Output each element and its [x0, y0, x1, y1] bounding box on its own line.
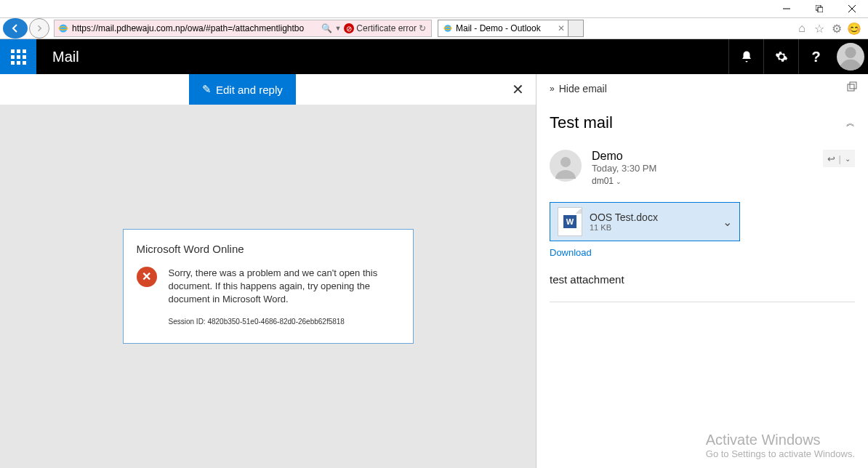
svg-point-5: [59, 24, 67, 32]
minimize-button[interactable]: [770, 0, 803, 17]
browser-tab[interactable]: Mail - Demo - Outlook ✕: [438, 20, 568, 37]
app-header: Mail ?: [0, 39, 868, 74]
home-icon[interactable]: ⌂: [795, 22, 808, 35]
more-actions-button[interactable]: ⌄: [845, 155, 851, 163]
email-body: test attachment: [550, 273, 855, 294]
main-content: ✎ Edit and reply ✕ Microsoft Word Online…: [0, 74, 868, 468]
preview-toolbar: ✎ Edit and reply ✕: [0, 74, 536, 105]
svg-rect-10: [848, 84, 854, 91]
body-divider: [550, 302, 855, 302]
sender-to[interactable]: dm01⌄: [592, 176, 823, 186]
reading-pane: » Hide email Test mail ︽ Demo Today, 3:3…: [537, 74, 868, 468]
ie-icon: [57, 23, 69, 34]
error-message: Sorry, there was a problem and we can't …: [169, 267, 400, 307]
tab-strip: Mail - Demo - Outlook ✕: [438, 20, 795, 37]
pencil-icon: ✎: [202, 83, 212, 96]
reply-actions: ↩ | ⌄: [823, 150, 855, 167]
hide-email-button[interactable]: » Hide email: [550, 83, 855, 94]
cert-error-icon: ⊘: [344, 23, 354, 33]
sender-name: Demo: [592, 150, 823, 163]
tab-close-icon[interactable]: ✕: [558, 23, 565, 33]
help-button[interactable]: ?: [798, 39, 833, 74]
app-title: Mail: [52, 49, 79, 65]
document-preview-area: Microsoft Word Online ✕ Sorry, there was…: [0, 105, 536, 468]
svg-rect-11: [850, 82, 856, 89]
recipients-dropdown-icon: ⌄: [616, 178, 622, 185]
watermark-title: Activate Windows: [706, 432, 855, 448]
attachment-card[interactable]: W OOS Test.docx 11 KB ⌄: [550, 202, 740, 241]
close-preview-button[interactable]: ✕: [512, 81, 524, 98]
edit-reply-label: Edit and reply: [216, 84, 283, 96]
nav-back-button[interactable]: [3, 18, 28, 39]
svg-point-7: [444, 25, 451, 32]
help-icon: ?: [811, 49, 820, 65]
error-app-title: Microsoft Word Online: [137, 243, 400, 255]
waffle-icon: [11, 49, 26, 65]
refresh-icon[interactable]: ↻: [419, 23, 426, 33]
attachment-chevron-icon[interactable]: ⌄: [723, 215, 732, 229]
address-bar[interactable]: 🔍 ▼ ⊘ Certificate error ↻: [54, 20, 432, 37]
app-launcher-button[interactable]: [0, 39, 36, 74]
collapse-icon[interactable]: ︽: [846, 117, 855, 129]
word-file-icon: W: [558, 207, 582, 236]
window-titlebar: [0, 0, 868, 17]
notifications-button[interactable]: [728, 39, 763, 74]
chevron-right-icon: »: [550, 84, 553, 94]
sender-time: Today, 3:30 PM: [592, 163, 823, 174]
browser-toolbar-icons: ⌂ ☆ ⚙ 😊: [795, 22, 865, 35]
edit-and-reply-button[interactable]: ✎ Edit and reply: [189, 74, 296, 105]
sender-avatar: [550, 150, 582, 182]
watermark-subtitle: Go to Settings to activate Windows.: [706, 448, 855, 459]
favorites-icon[interactable]: ☆: [813, 22, 826, 35]
maximize-button[interactable]: [803, 0, 835, 17]
ie-icon: [443, 23, 453, 33]
user-avatar[interactable]: [837, 43, 864, 70]
svg-point-9: [845, 47, 856, 58]
session-id: Session ID: 4820b350-51e0-4686-82d0-26eb…: [169, 318, 400, 326]
svg-rect-2: [818, 7, 823, 12]
certificate-error[interactable]: ⊘ Certificate error: [344, 23, 417, 33]
download-link[interactable]: Download: [550, 247, 592, 258]
url-input[interactable]: [72, 23, 319, 33]
reply-button[interactable]: ↩: [827, 153, 835, 164]
email-subject: Test mail: [550, 113, 846, 132]
attachment-name: OOS Test.docx: [590, 211, 723, 223]
preview-pane: ✎ Edit and reply ✕ Microsoft Word Online…: [0, 74, 537, 468]
svg-point-12: [560, 157, 571, 167]
settings-gear-icon[interactable]: ⚙: [830, 22, 843, 35]
sender-row: Demo Today, 3:30 PM dm01⌄ ↩ | ⌄: [550, 150, 855, 186]
new-tab-button[interactable]: [568, 20, 584, 37]
tab-title: Mail - Demo - Outlook: [456, 23, 541, 33]
emoji-icon[interactable]: 😊: [848, 22, 861, 35]
activate-windows-watermark: Activate Windows Go to Settings to activ…: [706, 432, 855, 459]
search-icon[interactable]: 🔍: [321, 23, 332, 33]
popout-icon[interactable]: [846, 81, 858, 96]
error-dialog: Microsoft Word Online ✕ Sorry, there was…: [123, 229, 414, 344]
browser-navbar: 🔍 ▼ ⊘ Certificate error ↻ Mail - Demo - …: [0, 17, 868, 39]
attachment-size: 11 KB: [590, 223, 723, 232]
error-icon: ✕: [137, 267, 157, 287]
hide-email-label: Hide email: [559, 83, 607, 94]
close-button[interactable]: [835, 0, 868, 17]
nav-forward-button[interactable]: [29, 18, 49, 39]
url-dropdown-icon[interactable]: ▼: [334, 25, 341, 32]
cert-error-label: Certificate error: [356, 23, 417, 33]
settings-button[interactable]: [763, 39, 798, 74]
